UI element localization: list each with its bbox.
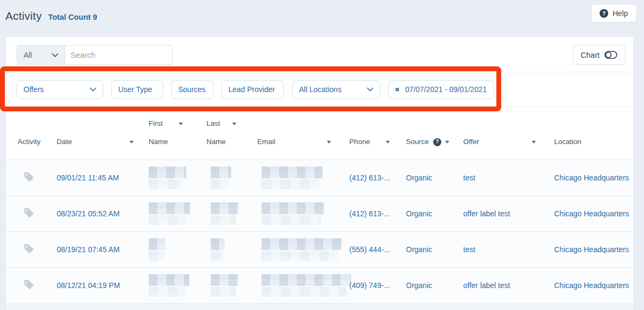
offers-filter-label: Offers [24, 85, 44, 94]
column-header-phone: Phone [349, 133, 406, 151]
activity-cell [18, 171, 57, 184]
sources-filter-label: Sources [178, 85, 205, 94]
phone-cell: (555) 444-... [349, 245, 406, 254]
lead-provider-filter-label: Lead Provider [228, 85, 275, 94]
date-cell: 08/19/21 07:45 AM [57, 245, 149, 254]
column-label: Source [406, 133, 429, 151]
tag-icon [23, 171, 34, 183]
chart-toggle-label: Chart [581, 51, 600, 59]
table-row[interactable]: 09/01/21 11:45 AM (412) 613-... Organic … [6, 160, 633, 196]
caret-down-icon[interactable] [179, 123, 183, 125]
phone-cell: (409) 749-... [349, 281, 406, 290]
table-body: 09/01/21 11:45 AM (412) 613-... Organic … [6, 160, 633, 310]
source-cell: Organic [406, 173, 463, 182]
phone-cell: (412) 613-... [349, 173, 406, 182]
last-name-cell-redacted [206, 202, 257, 225]
caret-down-icon[interactable] [386, 141, 390, 143]
column-label: Email [257, 133, 275, 151]
column-label: Phone [349, 133, 370, 151]
last-name-cell-redacted [206, 167, 257, 189]
help-button[interactable]: ? Help [591, 4, 637, 22]
help-button-label: Help [612, 9, 628, 18]
table-row[interactable]: 08/19/21 07:45 AM (555) 444-... Organic … [6, 232, 633, 268]
caret-down-icon[interactable] [232, 123, 236, 125]
column-label: Location [554, 133, 581, 151]
toolbar: All Chart [6, 37, 633, 72]
caret-down-icon[interactable] [445, 141, 449, 143]
email-cell-redacted [257, 202, 349, 225]
source-cell: Organic [406, 245, 463, 254]
lead-provider-filter-dropdown[interactable]: Lead Provider [221, 80, 284, 99]
caret-down-icon[interactable] [327, 141, 331, 143]
column-label: Last [206, 115, 220, 133]
last-name-cell-redacted [206, 274, 257, 297]
activity-panel: All Chart Offers User Type [5, 36, 634, 310]
column-header-last-name: Last Name [206, 115, 257, 151]
column-header-email: Email [257, 133, 349, 151]
source-cell: Organic [406, 281, 463, 290]
location-cell: Chicago Headquarters [554, 209, 633, 218]
chevron-down-icon [90, 87, 96, 92]
table-row[interactable]: 08/23/21 05:52 AM (412) 613-... Organic … [6, 196, 633, 232]
location-cell: Chicago Headquarters [554, 173, 633, 182]
search-box [65, 46, 172, 64]
last-name-cell-redacted [206, 238, 257, 261]
activity-cell [18, 243, 57, 256]
column-label: Name [149, 133, 206, 151]
locations-filter-dropdown[interactable]: All Locations [292, 80, 380, 99]
caret-down-icon[interactable] [129, 141, 134, 143]
sources-filter-dropdown[interactable]: Sources [171, 80, 213, 99]
date-range-value: 07/07/2021 - 09/01/2021 [405, 85, 487, 94]
offers-filter-dropdown[interactable]: Offers [17, 80, 103, 99]
locations-filter-label: All Locations [299, 85, 341, 94]
date-range-picker[interactable]: 07/07/2021 - 09/01/2021 [388, 80, 494, 99]
table-row[interactable]: 08/12/21 04:19 PM (409) 749-... Organic … [6, 268, 633, 304]
column-header-activity: Activity [18, 133, 57, 151]
location-cell: Chicago Headquarters [554, 281, 633, 290]
toggle-icon [604, 51, 617, 59]
date-cell: 09/01/21 11:45 AM [57, 173, 149, 182]
column-header-source: Source ? [406, 133, 463, 151]
column-label: First [149, 115, 163, 133]
column-label: Name [206, 133, 257, 151]
user-type-filter-dropdown[interactable]: User Type [111, 80, 163, 99]
table-row-partial[interactable] [6, 304, 633, 310]
chevron-down-icon [367, 87, 373, 92]
question-circle-icon[interactable]: ? [433, 138, 441, 146]
location-cell: Chicago Headquarters [554, 245, 633, 254]
date-cell: 08/12/21 04:19 PM [57, 281, 149, 290]
user-type-filter-label: User Type [118, 85, 152, 94]
offer-cell: test [463, 245, 554, 254]
caret-down-icon[interactable] [532, 141, 536, 143]
column-header-offer: Offer [463, 133, 554, 151]
chevron-down-icon [52, 53, 58, 57]
first-name-cell-redacted [149, 202, 206, 225]
email-cell-redacted [257, 167, 349, 189]
calendar-icon [395, 85, 399, 94]
filter-bar: Offers User Type Sources Lead Provider A… [6, 72, 633, 107]
tag-icon [23, 243, 34, 254]
search-category-value: All [24, 51, 32, 59]
total-count-badge: Total Count 9 [48, 13, 97, 21]
offer-cell: offer label test [463, 209, 554, 218]
tag-icon [23, 207, 34, 218]
date-cell: 08/23/21 05:52 AM [57, 209, 149, 218]
table-header: Activity Date First Name Last Name Email… [6, 107, 633, 160]
first-name-cell-redacted [149, 167, 206, 189]
search-input[interactable] [65, 51, 173, 59]
chart-toggle-button[interactable]: Chart [573, 45, 625, 65]
first-name-cell-redacted [149, 238, 206, 261]
first-name-cell-redacted [149, 274, 206, 297]
search-category-select[interactable]: All [17, 46, 65, 64]
activity-cell [18, 279, 57, 292]
tag-icon [23, 279, 34, 290]
search-group: All [17, 45, 173, 65]
email-cell-redacted [257, 274, 349, 297]
column-label: Date [57, 133, 72, 151]
column-header-first-name: First Name [149, 115, 206, 151]
column-label: Activity [18, 133, 41, 151]
column-label: Offer [463, 133, 479, 151]
email-cell-redacted [257, 238, 349, 261]
phone-cell: (412) 613-... [349, 209, 406, 218]
offer-cell: offer label test [463, 281, 554, 290]
